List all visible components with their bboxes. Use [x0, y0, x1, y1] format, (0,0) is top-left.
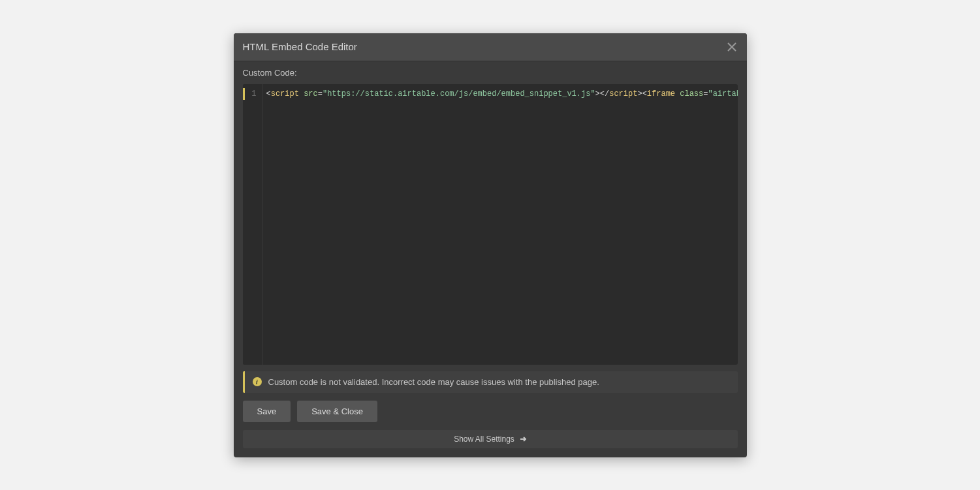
code-token: class	[680, 89, 703, 99]
code-token: src	[304, 89, 318, 99]
code-token: "	[590, 89, 595, 99]
code-area[interactable]: <script src="https://static.airtable.com…	[262, 84, 738, 365]
code-token: <	[266, 89, 271, 99]
custom-code-label: Custom Code:	[243, 68, 738, 78]
code-token: airtabl	[713, 89, 738, 99]
code-token: https://static.airtable.com/js/embed/emb…	[327, 89, 590, 99]
code-token: </	[600, 89, 609, 99]
close-icon	[727, 42, 736, 52]
warning-bar: i Custom code is not validated. Incorrec…	[243, 371, 738, 393]
save-close-button[interactable]: Save & Close	[297, 401, 377, 422]
modal-body: Custom Code: 1 <script src="https://stat…	[234, 61, 747, 457]
show-all-settings-button[interactable]: Show All Settings	[243, 430, 738, 448]
close-button[interactable]	[726, 41, 738, 53]
code-token: script	[609, 89, 637, 99]
code-gutter: 1	[243, 84, 262, 365]
code-token: >	[595, 89, 600, 99]
code-token: "	[708, 89, 712, 99]
code-token: <	[642, 89, 647, 99]
info-icon: i	[253, 377, 262, 386]
code-token: iframe	[647, 89, 675, 99]
code-token: script	[271, 89, 299, 99]
modal-header: HTML Embed Code Editor	[234, 33, 747, 61]
line-number: 1	[243, 88, 262, 100]
modal-title: HTML Embed Code Editor	[243, 41, 357, 52]
warning-text: Custom code is not validated. Incorrect …	[268, 377, 599, 387]
save-button[interactable]: Save	[243, 401, 291, 422]
button-row: Save Save & Close	[243, 401, 738, 422]
code-token: >	[637, 89, 642, 99]
show-all-label: Show All Settings	[454, 435, 514, 444]
code-token: =	[318, 89, 323, 99]
code-editor[interactable]: 1 <script src="https://static.airtable.c…	[243, 84, 738, 365]
html-embed-modal: HTML Embed Code Editor Custom Code: 1 <s…	[234, 33, 747, 457]
arrow-right-icon	[520, 436, 526, 442]
